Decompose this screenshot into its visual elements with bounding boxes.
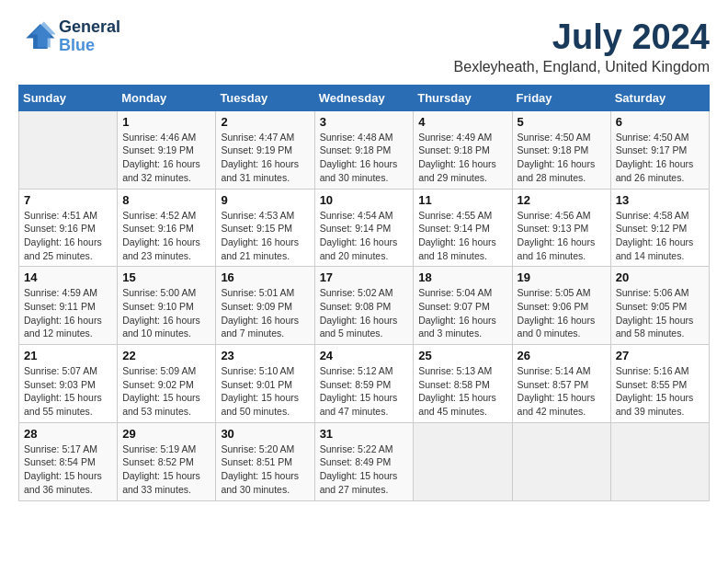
- calendar-cell: 17Sunrise: 5:02 AM Sunset: 9:08 PM Dayli…: [314, 267, 414, 345]
- day-info: Sunrise: 4:46 AM Sunset: 9:19 PM Dayligh…: [122, 131, 210, 185]
- calendar-cell: 8Sunrise: 4:52 AM Sunset: 9:16 PM Daylig…: [118, 189, 216, 267]
- day-number: 13: [616, 193, 704, 207]
- calendar-cell: 27Sunrise: 5:16 AM Sunset: 8:55 PM Dayli…: [610, 345, 709, 423]
- day-number: 1: [122, 115, 210, 129]
- day-info: Sunrise: 4:50 AM Sunset: 9:17 PM Dayligh…: [616, 131, 704, 185]
- day-info: Sunrise: 4:47 AM Sunset: 9:19 PM Dayligh…: [221, 131, 309, 185]
- day-info: Sunrise: 4:59 AM Sunset: 9:11 PM Dayligh…: [24, 286, 112, 340]
- day-info: Sunrise: 5:04 AM Sunset: 9:07 PM Dayligh…: [418, 286, 506, 340]
- calendar-cell: 1Sunrise: 4:46 AM Sunset: 9:19 PM Daylig…: [118, 110, 216, 189]
- day-info: Sunrise: 4:53 AM Sunset: 9:15 PM Dayligh…: [221, 209, 309, 263]
- day-info: Sunrise: 5:20 AM Sunset: 8:51 PM Dayligh…: [221, 442, 309, 497]
- day-number: 25: [418, 349, 506, 362]
- day-number: 24: [320, 349, 409, 362]
- day-number: 31: [320, 427, 409, 441]
- calendar-cell: 20Sunrise: 5:06 AM Sunset: 9:05 PM Dayli…: [610, 267, 709, 345]
- calendar-week-3: 14Sunrise: 4:59 AM Sunset: 9:11 PM Dayli…: [19, 267, 710, 345]
- day-info: Sunrise: 5:00 AM Sunset: 9:10 PM Dayligh…: [122, 286, 210, 340]
- logo: General Blue: [18, 18, 120, 55]
- calendar-cell: [610, 422, 709, 500]
- calendar-cell: 12Sunrise: 4:56 AM Sunset: 9:13 PM Dayli…: [512, 189, 610, 267]
- day-info: Sunrise: 5:19 AM Sunset: 8:52 PM Dayligh…: [122, 442, 210, 497]
- weekday-header-saturday: Saturday: [610, 85, 709, 110]
- calendar-cell: 13Sunrise: 4:58 AM Sunset: 9:12 PM Dayli…: [610, 189, 709, 267]
- calendar-cell: [512, 422, 610, 500]
- calendar-week-2: 7Sunrise: 4:51 AM Sunset: 9:16 PM Daylig…: [19, 189, 710, 267]
- day-info: Sunrise: 5:22 AM Sunset: 8:49 PM Dayligh…: [320, 442, 409, 497]
- calendar-cell: 7Sunrise: 4:51 AM Sunset: 9:16 PM Daylig…: [19, 189, 118, 267]
- day-number: 19: [518, 270, 606, 284]
- calendar-cell: 5Sunrise: 4:50 AM Sunset: 9:18 PM Daylig…: [512, 110, 610, 189]
- calendar-cell: 22Sunrise: 5:09 AM Sunset: 9:02 PM Dayli…: [118, 345, 216, 423]
- day-number: 23: [221, 349, 309, 362]
- calendar-cell: 9Sunrise: 4:53 AM Sunset: 9:15 PM Daylig…: [216, 189, 314, 267]
- weekday-header-tuesday: Tuesday: [216, 85, 314, 110]
- day-info: Sunrise: 5:14 AM Sunset: 8:57 PM Dayligh…: [518, 364, 606, 419]
- day-info: Sunrise: 5:05 AM Sunset: 9:06 PM Dayligh…: [518, 286, 606, 340]
- day-info: Sunrise: 5:07 AM Sunset: 9:03 PM Dayligh…: [24, 364, 112, 419]
- day-number: 3: [320, 115, 409, 129]
- calendar-cell: 11Sunrise: 4:55 AM Sunset: 9:14 PM Dayli…: [414, 189, 512, 267]
- subtitle: Bexleyheath, England, United Kingdom: [454, 59, 710, 75]
- day-number: 15: [122, 270, 210, 284]
- day-number: 27: [616, 349, 704, 362]
- logo-line1: General: [59, 18, 120, 37]
- day-info: Sunrise: 4:55 AM Sunset: 9:14 PM Dayligh…: [418, 209, 506, 263]
- calendar-week-1: 1Sunrise: 4:46 AM Sunset: 9:19 PM Daylig…: [19, 110, 710, 189]
- calendar-cell: 25Sunrise: 5:13 AM Sunset: 8:58 PM Dayli…: [414, 345, 512, 423]
- day-number: 11: [418, 193, 506, 207]
- title-area: July 2024 Bexleyheath, England, United K…: [454, 18, 710, 75]
- calendar-cell: 15Sunrise: 5:00 AM Sunset: 9:10 PM Dayli…: [118, 267, 216, 345]
- calendar-cell: 28Sunrise: 5:17 AM Sunset: 8:54 PM Dayli…: [19, 422, 118, 500]
- calendar-cell: 2Sunrise: 4:47 AM Sunset: 9:19 PM Daylig…: [216, 110, 314, 189]
- day-info: Sunrise: 5:10 AM Sunset: 9:01 PM Dayligh…: [221, 364, 309, 419]
- day-number: 8: [122, 193, 210, 207]
- day-number: 20: [616, 270, 704, 284]
- day-number: 12: [518, 193, 606, 207]
- day-number: 4: [418, 115, 506, 129]
- day-info: Sunrise: 5:17 AM Sunset: 8:54 PM Dayligh…: [24, 442, 112, 497]
- day-number: 14: [24, 270, 112, 284]
- day-info: Sunrise: 5:09 AM Sunset: 9:02 PM Dayligh…: [122, 364, 210, 419]
- day-info: Sunrise: 5:12 AM Sunset: 8:59 PM Dayligh…: [320, 364, 409, 419]
- calendar-cell: 14Sunrise: 4:59 AM Sunset: 9:11 PM Dayli…: [19, 267, 118, 345]
- day-info: Sunrise: 5:02 AM Sunset: 9:08 PM Dayligh…: [320, 286, 409, 340]
- calendar-cell: 31Sunrise: 5:22 AM Sunset: 8:49 PM Dayli…: [314, 422, 414, 500]
- day-number: 5: [518, 115, 606, 129]
- calendar-cell: 4Sunrise: 4:49 AM Sunset: 9:18 PM Daylig…: [414, 110, 512, 189]
- day-number: 28: [24, 427, 112, 441]
- calendar-cell: 30Sunrise: 5:20 AM Sunset: 8:51 PM Dayli…: [216, 422, 314, 500]
- calendar-table: SundayMondayTuesdayWednesdayThursdayFrid…: [18, 85, 710, 501]
- main-title: July 2024: [454, 18, 710, 57]
- calendar-header: SundayMondayTuesdayWednesdayThursdayFrid…: [19, 85, 710, 110]
- day-info: Sunrise: 4:48 AM Sunset: 9:18 PM Dayligh…: [320, 131, 409, 185]
- day-number: 22: [122, 349, 210, 362]
- day-number: 18: [418, 270, 506, 284]
- calendar-cell: 3Sunrise: 4:48 AM Sunset: 9:18 PM Daylig…: [314, 110, 414, 189]
- calendar-week-5: 28Sunrise: 5:17 AM Sunset: 8:54 PM Dayli…: [19, 422, 710, 500]
- logo-icon: [18, 20, 55, 52]
- calendar-week-4: 21Sunrise: 5:07 AM Sunset: 9:03 PM Dayli…: [19, 345, 710, 423]
- weekday-header-monday: Monday: [118, 85, 216, 110]
- day-number: 17: [320, 270, 409, 284]
- day-info: Sunrise: 4:56 AM Sunset: 9:13 PM Dayligh…: [518, 209, 606, 263]
- day-info: Sunrise: 5:13 AM Sunset: 8:58 PM Dayligh…: [418, 364, 506, 419]
- day-info: Sunrise: 4:51 AM Sunset: 9:16 PM Dayligh…: [24, 209, 112, 263]
- day-info: Sunrise: 4:54 AM Sunset: 9:14 PM Dayligh…: [320, 209, 409, 263]
- day-number: 7: [24, 193, 112, 207]
- logo-text: General Blue: [59, 18, 120, 55]
- day-number: 16: [221, 270, 309, 284]
- calendar-cell: 26Sunrise: 5:14 AM Sunset: 8:57 PM Dayli…: [512, 345, 610, 423]
- day-number: 29: [122, 427, 210, 441]
- calendar-cell: 19Sunrise: 5:05 AM Sunset: 9:06 PM Dayli…: [512, 267, 610, 345]
- day-info: Sunrise: 5:16 AM Sunset: 8:55 PM Dayligh…: [616, 364, 704, 419]
- calendar-cell: 16Sunrise: 5:01 AM Sunset: 9:09 PM Dayli…: [216, 267, 314, 345]
- calendar-cell: 29Sunrise: 5:19 AM Sunset: 8:52 PM Dayli…: [118, 422, 216, 500]
- calendar-cell: 18Sunrise: 5:04 AM Sunset: 9:07 PM Dayli…: [414, 267, 512, 345]
- day-number: 2: [221, 115, 309, 129]
- calendar-body: 1Sunrise: 4:46 AM Sunset: 9:19 PM Daylig…: [19, 110, 710, 500]
- day-number: 21: [24, 349, 112, 362]
- day-number: 26: [518, 349, 606, 362]
- day-info: Sunrise: 4:49 AM Sunset: 9:18 PM Dayligh…: [418, 131, 506, 185]
- calendar-cell: 24Sunrise: 5:12 AM Sunset: 8:59 PM Dayli…: [314, 345, 414, 423]
